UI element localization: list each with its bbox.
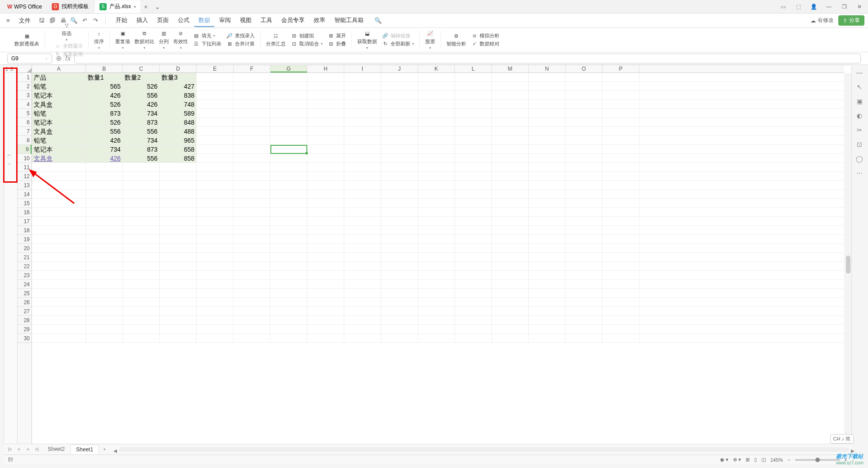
select-tool-icon[interactable]: ↖	[855, 83, 864, 91]
cell[interactable]	[603, 217, 639, 225]
cell[interactable]	[455, 136, 492, 144]
cell[interactable]	[160, 289, 197, 297]
cell[interactable]	[566, 172, 603, 180]
cell[interactable]	[492, 127, 529, 135]
cell[interactable]	[123, 262, 160, 270]
cell[interactable]	[603, 244, 639, 252]
cell[interactable]	[270, 307, 307, 315]
cell[interactable]: 426	[123, 100, 160, 108]
cell[interactable]	[529, 199, 566, 207]
row-header[interactable]: 10	[18, 154, 31, 163]
cell[interactable]	[86, 163, 123, 171]
cell[interactable]: 426	[86, 136, 123, 144]
cell[interactable]	[270, 271, 307, 279]
cell[interactable]	[381, 109, 418, 117]
cell[interactable]	[566, 154, 603, 162]
cell[interactable]	[270, 127, 307, 135]
cell[interactable]	[197, 325, 234, 333]
cell[interactable]	[381, 217, 418, 225]
cell[interactable]	[32, 190, 86, 198]
first-sheet-button[interactable]: |<	[6, 447, 13, 452]
cell[interactable]	[160, 217, 197, 225]
cell[interactable]	[418, 208, 455, 216]
row-header[interactable]: 13	[18, 181, 31, 190]
cell[interactable]	[270, 109, 307, 117]
cell[interactable]	[603, 181, 639, 189]
cell[interactable]	[344, 199, 381, 207]
cell[interactable]	[492, 316, 529, 324]
cell[interactable]	[455, 217, 492, 225]
cell[interactable]	[418, 253, 455, 261]
cell[interactable]	[529, 127, 566, 135]
row-header[interactable]: 9	[18, 145, 31, 154]
view-break-icon[interactable]: ◫	[761, 457, 766, 463]
cell[interactable]	[603, 199, 639, 207]
cell[interactable]: 数量3	[160, 73, 197, 81]
column-header[interactable]: L	[455, 65, 492, 72]
cell[interactable]	[86, 307, 123, 315]
duplicates-button[interactable]: ▣重复项▾	[115, 30, 130, 50]
row-header[interactable]: 11	[18, 163, 31, 172]
sort-button[interactable]: ↕ 排序▾	[94, 30, 104, 50]
cell[interactable]	[234, 253, 270, 261]
cell[interactable]	[418, 181, 455, 189]
view-page-icon[interactable]: ▯	[754, 457, 757, 463]
cell[interactable]	[492, 334, 529, 342]
column-header[interactable]: N	[529, 65, 566, 72]
cell[interactable]	[455, 145, 492, 153]
cell[interactable]	[603, 226, 639, 234]
row-header[interactable]: 14	[18, 190, 31, 199]
cell[interactable]: 658	[160, 145, 197, 153]
menu-效率[interactable]: 效率	[309, 14, 330, 27]
cell[interactable]	[32, 226, 86, 234]
cell[interactable]	[418, 136, 455, 144]
cell[interactable]	[197, 91, 234, 99]
cell[interactable]	[197, 271, 234, 279]
outline-bracket-icon[interactable]: ⌐·	[8, 152, 12, 158]
column-header[interactable]: K	[418, 65, 455, 72]
cube-icon[interactable]: ⬚	[793, 2, 803, 12]
cell[interactable]	[381, 127, 418, 135]
cell[interactable]	[123, 307, 160, 315]
row-header[interactable]: 1	[18, 73, 31, 82]
eye-icon[interactable]: ◉ ▾	[720, 457, 729, 463]
view-normal-icon[interactable]: ⊞	[746, 457, 750, 463]
last-sheet-button[interactable]: >|	[33, 447, 40, 452]
tools-icon[interactable]: ✂	[855, 126, 864, 134]
cell[interactable]	[307, 325, 344, 333]
cell[interactable]	[529, 100, 566, 108]
cell[interactable]	[32, 181, 86, 189]
grid-mode-icon[interactable]: ⊕ ▾	[733, 457, 741, 463]
cell[interactable]	[197, 181, 234, 189]
cell[interactable]	[381, 325, 418, 333]
cell[interactable]	[307, 316, 344, 324]
cell[interactable]	[381, 82, 418, 90]
cell[interactable]	[603, 208, 639, 216]
cell[interactable]	[381, 334, 418, 342]
settings-icon[interactable]: ⊡	[855, 140, 864, 148]
cell[interactable]	[160, 235, 197, 243]
cell[interactable]	[234, 334, 270, 342]
menu-会员专享[interactable]: 会员专享	[277, 14, 309, 27]
cell[interactable]	[270, 181, 307, 189]
cell[interactable]	[160, 298, 197, 306]
cell[interactable]	[381, 226, 418, 234]
cell[interactable]	[123, 289, 160, 297]
cell[interactable]	[32, 199, 86, 207]
row-header[interactable]: 17	[18, 217, 31, 226]
cell[interactable]	[344, 271, 381, 279]
cell[interactable]	[234, 145, 270, 153]
cell[interactable]	[86, 208, 123, 216]
outline-level-1[interactable]: 1	[4, 67, 9, 72]
cell[interactable]	[492, 181, 529, 189]
next-sheet-button[interactable]: >	[24, 447, 31, 452]
cell[interactable]	[307, 73, 344, 81]
cell[interactable]	[270, 118, 307, 126]
cell[interactable]	[418, 226, 455, 234]
edit-link-button[interactable]: 🔗编辑链接	[382, 32, 414, 40]
cell[interactable]	[381, 154, 418, 162]
ungroup-button[interactable]: ⊡取消组合▾	[290, 40, 323, 48]
cell[interactable]	[603, 271, 639, 279]
cell[interactable]	[86, 262, 123, 270]
show-all-button[interactable]: ◇全部显示	[54, 43, 83, 50]
